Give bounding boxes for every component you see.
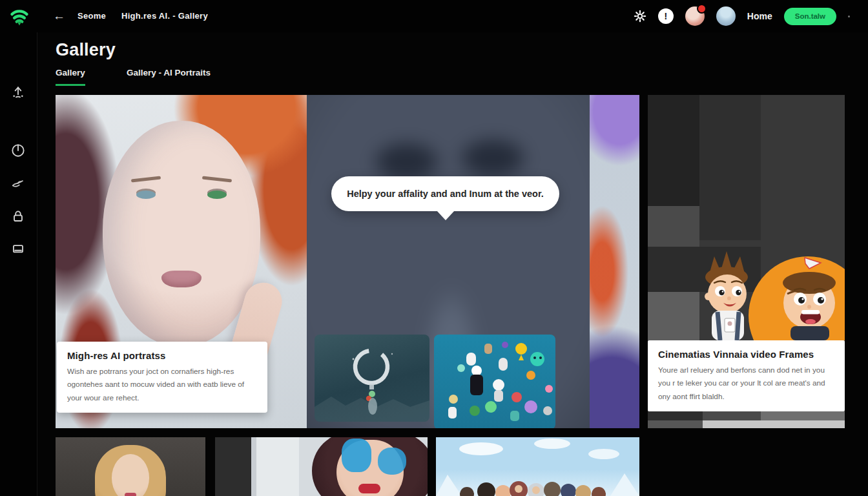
gallery-item-facepaint-portrait[interactable] — [215, 437, 428, 496]
art-detail — [648, 95, 699, 206]
art-detail — [342, 439, 371, 472]
topbar-right: ! Home Son.talw — [634, 0, 868, 32]
card-description: Wish are potrrans your joct on cornafier… — [67, 365, 257, 404]
avatar-notifications[interactable] — [685, 6, 705, 26]
thumbnail-sticker-sheet[interactable] — [434, 335, 555, 428]
art-detail — [648, 411, 845, 420]
art-detail — [358, 484, 380, 493]
gallery-item-cartoon-crowd[interactable] — [436, 437, 639, 496]
art-detail — [207, 191, 227, 199]
gallery-card-blurred-video[interactable]: Helpy your affality and and Inum at the … — [307, 95, 590, 428]
cta-button[interactable]: Son.talw — [784, 8, 836, 25]
onboarding-tooltip: Helpy your affality and and Inum at the … — [331, 176, 559, 211]
gallery-card-partial-purple[interactable] — [590, 95, 639, 428]
breadcrumb: High.res AI. - Gallery — [121, 11, 208, 21]
avatar-image — [685, 6, 705, 26]
share-upload-icon[interactable] — [10, 84, 26, 101]
page-title: Gallery — [56, 40, 116, 60]
art-detail — [699, 95, 761, 240]
gallery-card-cinematic[interactable]: Cinematias Vinnaia video Frames Youre ar… — [648, 95, 845, 428]
gallery-card-portrait[interactable]: Migh-res AI portratss Wish are potrrans … — [56, 95, 307, 428]
art-detail — [202, 176, 231, 183]
lock-icon[interactable] — [10, 208, 26, 225]
art-detail — [648, 206, 699, 247]
thumbnail-fantasy-ring[interactable] — [315, 335, 429, 422]
topbar: ← Seome High.res AI. - Gallery ! Home — [0, 0, 868, 32]
back-arrow-icon[interactable]: ← — [53, 8, 65, 24]
art-detail — [648, 420, 845, 428]
art-detail — [125, 493, 136, 496]
card-title: Cinematias Vinnaia video Frames — [658, 349, 834, 360]
avatar-image — [716, 6, 736, 26]
card-caption: Migh-res AI portratss Wish are potrrans … — [57, 342, 267, 413]
tab-gallery[interactable]: Gallery — [56, 68, 85, 86]
card-caption: Cinematias Vinnaia video Frames Youre ar… — [648, 340, 845, 411]
art-detail — [378, 448, 406, 475]
avatar-profile[interactable] — [716, 6, 736, 26]
art-detail — [136, 191, 156, 199]
help-icon[interactable]: ! — [658, 8, 674, 24]
brand-logo-icon[interactable] — [8, 5, 31, 28]
home-link[interactable]: Home — [747, 11, 772, 21]
overflow-dot-icon[interactable] — [848, 16, 850, 17]
app-name: Seome — [78, 11, 106, 21]
settings-gear-icon[interactable] — [634, 10, 646, 23]
card-title: Migh-res AI portratss — [67, 350, 257, 361]
art-detail — [161, 271, 202, 287]
art-detail — [112, 454, 149, 496]
inbox-card-icon[interactable] — [10, 240, 26, 257]
power-clock-icon[interactable] — [10, 141, 26, 158]
portrait-face-art — [103, 121, 260, 347]
sidebar — [0, 32, 37, 496]
cartoon-characters-art — [648, 243, 845, 340]
app-root: ← Seome High.res AI. - Gallery ! Home — [0, 0, 868, 496]
hand-gesture-icon[interactable] — [10, 174, 26, 191]
tooltip-arrow — [437, 211, 455, 220]
tab-gallery-ai-portraits[interactable]: Gallery - AI Portraits — [127, 68, 211, 84]
card-description: Youre arl reluery and berfons cann dod n… — [658, 364, 834, 403]
gallery-item-blonde-portrait[interactable] — [56, 437, 205, 496]
art-detail — [215, 437, 251, 496]
art-detail — [130, 176, 160, 183]
